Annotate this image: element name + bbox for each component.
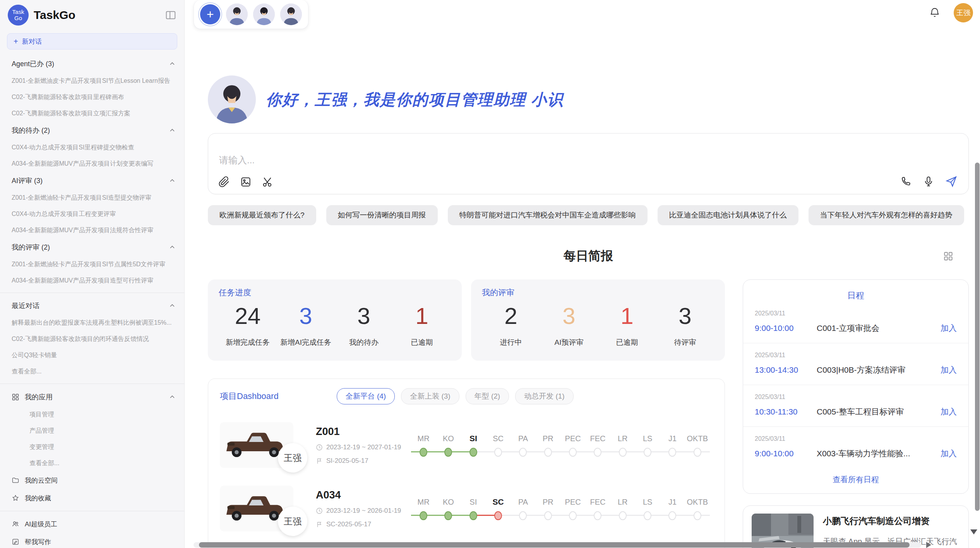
milestone-dot[interactable]: [694, 448, 701, 457]
milestone[interactable]: PR: [536, 433, 560, 457]
milestone-dot[interactable]: [544, 511, 552, 520]
new-session-button[interactable]: +: [200, 4, 220, 24]
sidebar-sub-item[interactable]: 变更管理: [0, 439, 184, 455]
sidebar-item-my-apps[interactable]: 我的应用: [0, 388, 184, 406]
milestone-dot[interactable]: [469, 448, 477, 457]
milestone[interactable]: FEC: [585, 496, 610, 521]
milestone-dot[interactable]: [444, 448, 452, 457]
filter-pill[interactable]: 全新平台 (4): [337, 388, 395, 404]
sidebar-item[interactable]: C0X4-动力总成开发项目SI里程碑提交物检查: [0, 139, 184, 156]
milestone-dot[interactable]: [644, 448, 651, 457]
milestone-dot[interactable]: [619, 511, 627, 520]
chevron-up-icon[interactable]: [169, 394, 176, 401]
sidebar-section-header[interactable]: AI评审 (3): [0, 172, 184, 190]
user-avatar[interactable]: 王强: [954, 3, 973, 22]
sidebar-item[interactable]: Z001-全新燃油皮卡产品开发项目SI节点Lesson Learn报告: [0, 73, 184, 89]
milestone[interactable]: J1: [660, 496, 685, 521]
sidebar-item-AI超级员工[interactable]: AI超级员工: [0, 515, 184, 533]
milestone[interactable]: LS: [635, 496, 660, 521]
milestone-dot[interactable]: [544, 448, 552, 457]
scissors-icon[interactable]: [262, 176, 273, 188]
sidebar-sub-item[interactable]: 产品管理: [0, 423, 184, 439]
suggestion-chip[interactable]: 欧洲新规最近颁布了什么?: [208, 205, 316, 225]
sidebar-item[interactable]: C0X4-动力总成开发项目工程变更评审: [0, 206, 184, 222]
sidebar-collapse-icon[interactable]: [165, 9, 176, 21]
news-card[interactable]: 小鹏飞行汽车制造公司增资 天眼查 App 显示，近日广州汇天飞行汽: [743, 505, 969, 548]
suggestion-chip[interactable]: 当下年轻人对汽车外观有怎样的喜好趋势: [809, 205, 964, 225]
milestone[interactable]: MR: [411, 433, 436, 457]
milestone-dot[interactable]: [569, 511, 577, 520]
suggestion-chip[interactable]: 特朗普可能对进口汽车增税会对中国车企造成哪些影响: [448, 205, 648, 225]
suggestion-chip[interactable]: 如何写一份清晰的项目周报: [326, 205, 438, 225]
milestone-dot[interactable]: [619, 448, 627, 457]
milestone-dot[interactable]: [594, 511, 601, 520]
chevron-up-icon[interactable]: [169, 302, 176, 309]
milestone[interactable]: PEC: [560, 496, 585, 521]
milestone-dot[interactable]: [494, 448, 502, 457]
sidebar-item[interactable]: 公司Q3轻卡销量: [0, 347, 184, 363]
chevron-up-icon[interactable]: [169, 177, 176, 184]
milestone-dot[interactable]: [668, 511, 676, 520]
sidebar-item[interactable]: A034-全新新能源MUV产品开发项目法规符合性评审: [0, 222, 184, 238]
milestone[interactable]: KO: [436, 496, 461, 521]
notification-bell-icon[interactable]: [929, 7, 941, 19]
suggestion-chip[interactable]: 比亚迪全固态电池计划具体说了什么: [658, 205, 798, 225]
milestone[interactable]: LR: [610, 496, 635, 521]
milestone[interactable]: LR: [610, 433, 635, 457]
milestone[interactable]: FEC: [585, 433, 610, 457]
milestone[interactable]: SC: [486, 433, 511, 457]
milestone-dot[interactable]: [644, 511, 651, 520]
milestone-dot[interactable]: [569, 448, 577, 457]
chevron-up-icon[interactable]: [169, 127, 176, 134]
filter-pill[interactable]: 动总开发 (1): [515, 388, 574, 404]
session-avatar[interactable]: [280, 3, 302, 25]
milestone-dot[interactable]: [519, 511, 527, 520]
sidebar-item[interactable]: 解释最新出台的欧盟报废车法规再生塑料比例被调至15%...: [0, 315, 184, 331]
join-link[interactable]: 加入: [941, 323, 957, 334]
join-link[interactable]: 加入: [941, 406, 957, 417]
new-chat-button[interactable]: + 新对话: [7, 33, 177, 50]
sidebar-sub-item[interactable]: 查看全部...: [0, 455, 184, 471]
milestone[interactable]: SI: [461, 433, 486, 457]
sidebar-section-header[interactable]: Agent已办 (3): [0, 55, 184, 73]
milestone-dot[interactable]: [668, 448, 676, 457]
milestone-dot[interactable]: [594, 448, 601, 457]
filter-pill[interactable]: 全新上装 (3): [401, 388, 459, 404]
milestone[interactable]: PR: [536, 496, 560, 521]
chat-input[interactable]: [218, 154, 839, 166]
milestone-dot[interactable]: [420, 448, 427, 457]
milestone-dot[interactable]: [519, 448, 527, 457]
sidebar-item[interactable]: Z001-全新燃油轻卡产品开发项目SI造型提交物评审: [0, 190, 184, 206]
milestone-dot[interactable]: [469, 511, 477, 520]
sidebar-item[interactable]: A034-全新新能源MUV产品开发项目计划变更表编写: [0, 156, 184, 172]
milestone[interactable]: SI: [461, 496, 486, 521]
milestone[interactable]: OKTB: [685, 433, 710, 457]
milestone[interactable]: MR: [411, 496, 436, 521]
join-link[interactable]: 加入: [941, 365, 957, 375]
sidebar-item[interactable]: C02-飞腾新能源轻客改款项目立项汇报方案: [0, 105, 184, 122]
horizontal-scrollbar-thumb[interactable]: [199, 542, 910, 548]
sidebar-item[interactable]: C02-飞腾新能源轻客改款项目里程碑画布: [0, 89, 184, 105]
sidebar-item-我的收藏[interactable]: 我的收藏: [0, 489, 184, 507]
chevron-up-icon[interactable]: [169, 60, 176, 67]
chevron-up-icon[interactable]: [169, 244, 176, 251]
join-link[interactable]: 加入: [941, 448, 957, 459]
view-all-schedule-link[interactable]: 查看所有日程: [743, 474, 968, 485]
milestone-dot[interactable]: [694, 511, 701, 520]
horizontal-scrollbar-track[interactable]: [194, 542, 921, 548]
sidebar-section-header[interactable]: 我的评审 (2): [0, 238, 184, 256]
milestone-dot[interactable]: [494, 511, 502, 520]
sidebar-item[interactable]: A034-全新新能源MUV产品开发项目造型可行性评审: [0, 272, 184, 289]
sidebar-section-header[interactable]: 最近对话: [0, 297, 184, 315]
attachment-icon[interactable]: [218, 176, 230, 188]
session-avatar[interactable]: [226, 3, 248, 25]
milestone[interactable]: LS: [635, 433, 660, 457]
sidebar-item-我的云空间[interactable]: 我的云空间: [0, 471, 184, 489]
microphone-icon[interactable]: [923, 176, 934, 187]
sidebar-item-帮我写作[interactable]: 帮我写作: [0, 533, 184, 548]
scroll-down-arrow[interactable]: [970, 529, 977, 534]
chat-input-card[interactable]: [208, 133, 969, 194]
send-icon[interactable]: [945, 175, 958, 188]
session-avatar[interactable]: [253, 3, 275, 25]
filter-pill[interactable]: 年型 (2): [466, 388, 509, 404]
